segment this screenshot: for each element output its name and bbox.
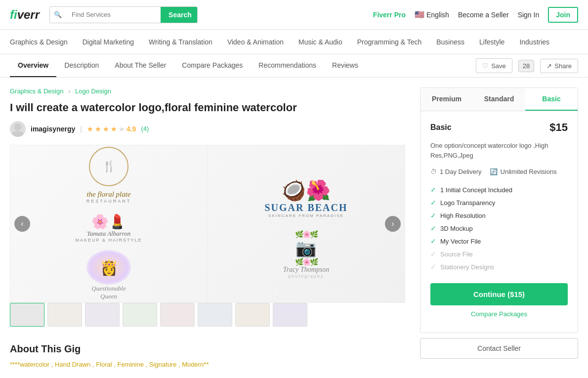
feature-high-resolution: ✓ High Resolution <box>430 209 568 222</box>
tab-premium[interactable]: Premium <box>420 88 473 111</box>
thumbnail-6[interactable] <box>198 303 232 327</box>
tab-reviews[interactable]: Reviews <box>324 54 366 77</box>
continue-button[interactable]: Continue ($15) <box>430 283 568 305</box>
package-name: Basic <box>430 123 452 132</box>
camera-design: 🌿🌸🌿 📷 🌿🌸🌿 Tracy Thompson photography <box>283 230 330 279</box>
skincare-text: SKINCARE FROM PARADISE <box>264 213 347 218</box>
share-label: Share <box>554 62 572 70</box>
tab-basic[interactable]: Basic <box>525 88 578 111</box>
thumbnail-5[interactable] <box>160 303 195 327</box>
thumbnail-7[interactable] <box>235 303 270 327</box>
thumbnail-4[interactable] <box>123 303 157 327</box>
perfume-icons: 🌸💄 <box>76 213 142 230</box>
nav-graphics-design[interactable]: Graphics & Design <box>10 31 68 53</box>
breadcrumb: Graphics & Design › Logo Design <box>10 87 405 95</box>
gallery-right: 🥥🌺 SUGAR BEACH SKINCARE FROM PARADISE 🌿🌸… <box>208 145 405 302</box>
gallery-prev-button[interactable]: ‹ <box>14 216 30 232</box>
avatar <box>10 121 26 137</box>
queen-text: QuestionableQueen <box>86 285 131 300</box>
language-label: English <box>426 11 449 19</box>
feature-source-file: ✓ Source File <box>430 248 568 260</box>
gallery: 🍴 the floral plate RESTAURANT 🌸💄 Tamata … <box>10 145 405 329</box>
nav-digital-marketing[interactable]: Digital Marketing <box>83 31 134 53</box>
floral-plate-text: the floral plate <box>86 190 131 199</box>
thumbnail-2[interactable] <box>47 303 82 327</box>
makeup-name: Tamata Albarron <box>76 230 142 238</box>
save-label: Save <box>491 62 506 70</box>
about-tags: ****watercolor , Hand Drawn , Floral , F… <box>10 361 405 368</box>
thumb-inner-6 <box>198 303 232 326</box>
gallery-next-button[interactable]: › <box>385 216 401 232</box>
compare-packages-link[interactable]: Compare Packages <box>430 310 568 318</box>
thumb-inner-2 <box>48 303 82 326</box>
breadcrumb-separator: › <box>68 87 72 95</box>
nav-industries[interactable]: Industries <box>519 31 549 53</box>
sub-nav-tabs: Overview Description About The Seller Co… <box>10 54 366 77</box>
breadcrumb-child[interactable]: Logo Design <box>75 87 111 95</box>
sign-in-link[interactable]: Sign In <box>518 11 540 19</box>
share-button[interactable]: ↗ Share <box>540 59 578 73</box>
feature-label-3: High Resolution <box>440 212 486 219</box>
star-1: ★ <box>87 125 93 133</box>
seller-info: imagisynergy | ★ ★ ★ ★ ★ 4.9 (4) <box>10 121 405 137</box>
thumbnail-1[interactable] <box>10 303 44 327</box>
sub-nav: Overview Description About The Seller Co… <box>0 54 588 78</box>
clock-icon: ⏱ <box>430 168 437 175</box>
search-button[interactable]: Search <box>161 7 198 23</box>
svg-point-0 <box>14 124 21 130</box>
sugar-beach-text: SUGAR BEACH <box>264 202 347 213</box>
check-icon-1: ✓ <box>430 186 436 194</box>
restaurant-text: RESTAURANT <box>86 199 131 204</box>
tab-standard[interactable]: Standard <box>473 88 525 111</box>
gallery-content: 🍴 the floral plate RESTAURANT 🌸💄 Tamata … <box>10 145 405 302</box>
join-button[interactable]: Join <box>548 7 578 23</box>
breadcrumb-parent[interactable]: Graphics & Design <box>10 87 63 95</box>
nav-lifestyle[interactable]: Lifestyle <box>479 31 504 53</box>
tab-overview[interactable]: Overview <box>10 54 56 77</box>
feature-initial-concept: ✓ 1 Initial Concept Included <box>430 183 568 196</box>
logo-floral-plate: 🍴 the floral plate RESTAURANT <box>86 147 131 204</box>
feature-label-7: Stationery Designs <box>440 263 494 271</box>
revisions-label: Unlimited Revisions <box>501 168 557 175</box>
queen-design: 👸 QuestionableQueen <box>86 250 131 300</box>
search-input[interactable] <box>66 7 161 22</box>
check-icon-3: ✓ <box>430 211 436 219</box>
contact-seller-button[interactable]: Contact Seller <box>420 338 578 359</box>
thumbnail-3[interactable] <box>85 303 120 327</box>
check-icon-5: ✓ <box>430 237 436 245</box>
nav-programming-tech[interactable]: Programming & Tech <box>357 31 421 53</box>
check-icon-4: ✓ <box>430 224 436 232</box>
tab-description[interactable]: Description <box>56 54 107 77</box>
nav-video-animation[interactable]: Video & Animation <box>227 31 284 53</box>
delivery-label: 1 Day Delivery <box>440 168 482 175</box>
nav-business[interactable]: Business <box>436 31 464 53</box>
fiverr-pro-link[interactable]: Fiverr Pro <box>373 11 406 19</box>
become-seller-link[interactable]: Become a Seller <box>458 11 509 19</box>
check-icon-7: ✓ <box>430 263 436 271</box>
logo-sugar-beach: 🥥🌺 SUGAR BEACH SKINCARE FROM PARADISE <box>264 179 347 218</box>
search-icon: 🔍 <box>50 11 66 18</box>
nav-writing-translation[interactable]: Writing & Translation <box>149 31 212 53</box>
language-selector[interactable]: 🇺🇸 English <box>415 10 449 19</box>
review-count[interactable]: (4) <box>141 125 149 132</box>
feature-label-2: Logo Transparency <box>440 199 495 207</box>
main-nav: Graphics & Design Digital Marketing Writ… <box>0 30 588 54</box>
seller-name[interactable]: imagisynergy <box>31 125 75 133</box>
star-3: ★ <box>103 125 109 133</box>
thumb-inner-3 <box>85 303 119 326</box>
nav-music-audio[interactable]: Music & Audio <box>298 31 342 53</box>
main-image: 🍴 the floral plate RESTAURANT 🌸💄 Tamata … <box>10 145 405 303</box>
tab-about-seller[interactable]: About The Seller <box>107 54 174 77</box>
save-button[interactable]: ♡ Save <box>476 58 512 73</box>
package-description: One option/concept watercolor logo ,High… <box>430 141 568 160</box>
check-icon-6: ✓ <box>430 250 436 258</box>
logo[interactable]: fiverr <box>10 8 40 22</box>
tab-recommendations[interactable]: Recommendations <box>251 54 324 77</box>
photography-text: photography <box>283 274 330 279</box>
feature-3d-mockup: ✓ 3D Mockup <box>430 222 568 235</box>
tab-compare-packages[interactable]: Compare Packages <box>174 54 251 77</box>
star-5: ★ <box>119 125 125 133</box>
thumbnail-8[interactable] <box>273 303 307 327</box>
floral-wreath-bottom: 🌿🌸🌿 <box>295 258 317 266</box>
package-content: Basic $15 One option/concept watercolor … <box>420 111 578 333</box>
